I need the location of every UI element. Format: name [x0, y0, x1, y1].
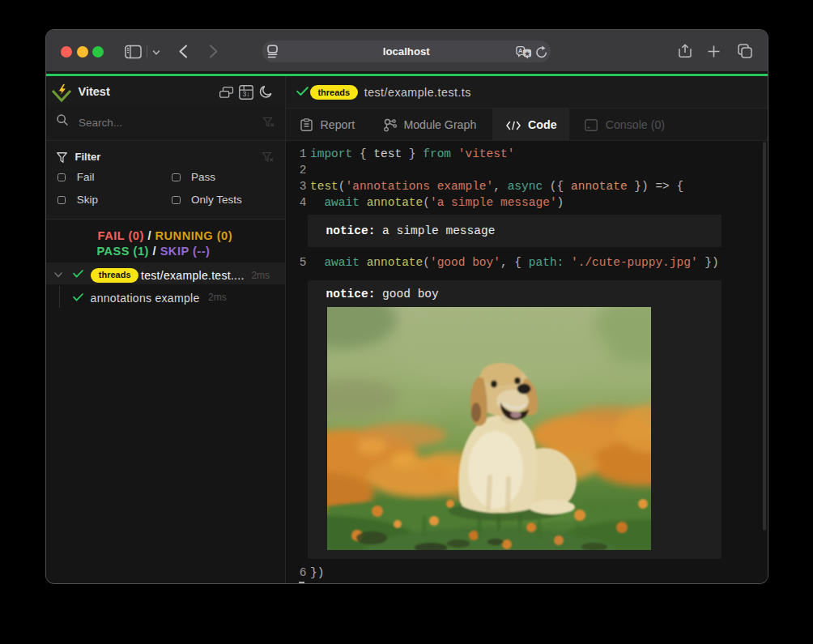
svg-text:★: ★ [524, 50, 530, 58]
svg-text:A: A [518, 48, 523, 55]
svg-text:3↓: 3↓ [242, 90, 249, 98]
